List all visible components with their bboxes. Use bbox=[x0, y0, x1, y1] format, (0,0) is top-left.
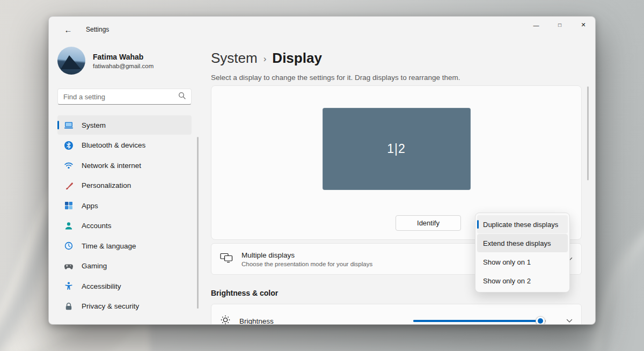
minimize-button[interactable]: — bbox=[524, 17, 548, 33]
close-button[interactable]: ✕ bbox=[572, 17, 595, 33]
brightness-row[interactable]: Brightness bbox=[211, 304, 582, 325]
dropdown-option-show-only-1[interactable]: Show only on 1 bbox=[477, 253, 568, 271]
page-description: Select a display to change the settings … bbox=[211, 74, 582, 83]
main-content: System › Display Select a display to cha… bbox=[204, 42, 595, 325]
sidebar-item-label: Accessibility bbox=[82, 282, 121, 290]
sidebar-item-label: Privacy & security bbox=[82, 302, 139, 310]
content-scrollbar[interactable] bbox=[587, 86, 589, 180]
multiple-displays-text: Multiple displays Choose the presentatio… bbox=[241, 251, 372, 267]
sidebar-item-system[interactable]: System bbox=[57, 115, 192, 135]
window-body: Fatima Wahab fatiwahab@gmail.com bbox=[49, 42, 595, 325]
window-controls: — □ ✕ bbox=[524, 17, 595, 33]
sidebar-item-label: Apps bbox=[82, 202, 98, 210]
dropdown-option-duplicate[interactable]: Duplicate these displays bbox=[477, 215, 568, 233]
sidebar-scrollbar[interactable] bbox=[197, 137, 199, 309]
sidebar-item-personalization[interactable]: Personalization bbox=[57, 176, 192, 195]
personalization-icon bbox=[64, 181, 74, 191]
page-title: Display bbox=[272, 50, 322, 67]
display-mode-dropdown: Duplicate these displays Extend these di… bbox=[475, 213, 570, 292]
sidebar-item-bluetooth-devices[interactable]: Bluetooth & devices bbox=[57, 136, 192, 155]
multiple-displays-title: Multiple displays bbox=[241, 251, 372, 259]
gaming-icon bbox=[64, 261, 74, 271]
window-title: Settings bbox=[86, 26, 109, 33]
brightness-slider-fill bbox=[413, 320, 540, 322]
privacy-security-icon bbox=[64, 302, 74, 311]
time-language-icon bbox=[64, 241, 74, 251]
sidebar-item-privacy-security[interactable]: Privacy & security bbox=[57, 297, 192, 316]
sidebar-item-accessibility[interactable]: Accessibility bbox=[57, 276, 192, 296]
profile-email: fatiwahab@gmail.com bbox=[93, 63, 153, 69]
dropdown-option-show-only-2[interactable]: Show only on 2 bbox=[477, 272, 568, 290]
multiple-displays-icon bbox=[220, 253, 233, 265]
sidebar-item-label: Network & internet bbox=[82, 162, 141, 170]
display-monitor-preview[interactable]: 1|2 bbox=[323, 108, 471, 190]
system-icon bbox=[64, 120, 74, 130]
bluetooth-icon bbox=[64, 141, 74, 150]
sidebar-item-accounts[interactable]: Accounts bbox=[57, 216, 192, 236]
identify-button[interactable]: Identify bbox=[396, 215, 461, 231]
sidebar-item-label: System bbox=[82, 121, 106, 129]
brightness-slider[interactable] bbox=[413, 316, 546, 325]
profile-name: Fatima Wahab bbox=[93, 53, 153, 61]
desktop-background: ← Settings — □ ✕ Fatima Wahab fatiwahab@… bbox=[0, 0, 644, 351]
sidebar-item-label: Bluetooth & devices bbox=[82, 141, 145, 149]
accounts-icon bbox=[64, 221, 74, 231]
brightness-sun-icon bbox=[220, 315, 231, 325]
chevron-down-icon[interactable] bbox=[566, 319, 573, 323]
breadcrumb: System › Display bbox=[211, 48, 582, 68]
sidebar-item-label: Gaming bbox=[82, 262, 107, 270]
monitor-label: 1|2 bbox=[387, 142, 406, 156]
apps-icon bbox=[64, 201, 74, 210]
sidebar-item-time-language[interactable]: Time & language bbox=[57, 236, 192, 255]
search-box[interactable] bbox=[57, 89, 192, 105]
sidebar-item-gaming[interactable]: Gaming bbox=[57, 257, 192, 276]
breadcrumb-system[interactable]: System bbox=[211, 50, 258, 67]
profile-text: Fatima Wahab fatiwahab@gmail.com bbox=[93, 53, 153, 69]
breadcrumb-separator-icon: › bbox=[264, 52, 267, 64]
sidebar-item-label: Time & language bbox=[82, 242, 136, 250]
network-icon bbox=[64, 160, 74, 170]
search-icon bbox=[178, 92, 186, 101]
account-profile[interactable]: Fatima Wahab fatiwahab@gmail.com bbox=[57, 47, 192, 75]
settings-window: ← Settings — □ ✕ Fatima Wahab fatiwahab@… bbox=[48, 16, 596, 325]
back-button[interactable]: ← bbox=[61, 23, 75, 36]
sidebar: Fatima Wahab fatiwahab@gmail.com bbox=[49, 42, 204, 325]
brightness-slider-thumb[interactable] bbox=[536, 316, 545, 325]
titlebar: ← Settings — □ ✕ bbox=[49, 17, 595, 42]
sidebar-item-apps[interactable]: Apps bbox=[57, 196, 192, 215]
sidebar-item-label: Personalization bbox=[82, 181, 131, 189]
accessibility-icon bbox=[64, 281, 74, 291]
sidebar-nav: System Bluetooth & devices Network & int… bbox=[57, 115, 192, 316]
sidebar-item-network-internet[interactable]: Network & internet bbox=[57, 156, 192, 175]
dropdown-option-extend[interactable]: Extend these displays bbox=[477, 234, 568, 252]
brightness-label: Brightness bbox=[239, 317, 274, 325]
avatar bbox=[57, 47, 85, 75]
multiple-displays-subtitle: Choose the presentation mode for your di… bbox=[241, 261, 372, 267]
search-input[interactable] bbox=[63, 93, 178, 101]
sidebar-item-label: Accounts bbox=[82, 222, 112, 230]
maximize-button[interactable]: □ bbox=[548, 17, 572, 33]
